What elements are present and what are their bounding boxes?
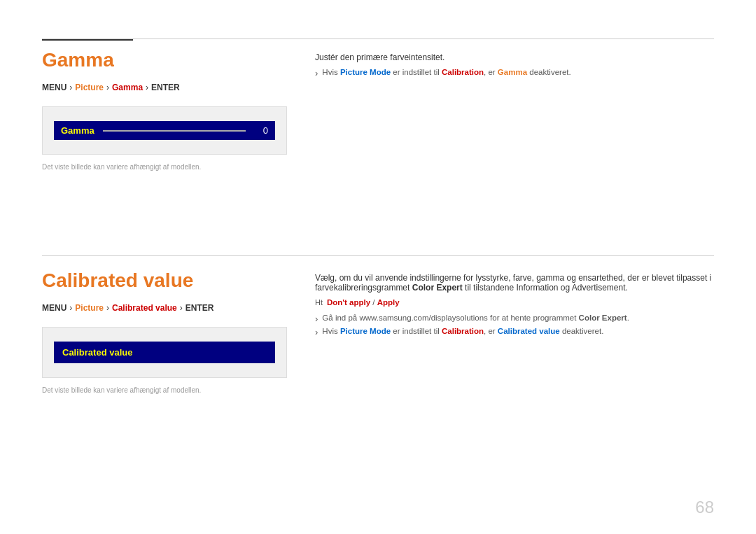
mid-rule: [42, 255, 714, 256]
calibrated-image-note: Det viste billede kan variere afhængigt …: [42, 386, 287, 394]
gamma-ui-box: Gamma 0: [42, 106, 287, 155]
gamma-ui-row: Gamma 0: [54, 121, 275, 140]
gamma-title: Gamma: [42, 49, 287, 71]
gamma-desc-main: Justér den primære farveintensitet.: [315, 52, 714, 62]
cv-menu-path-picture: Picture: [75, 303, 104, 313]
gamma-ui-label: Gamma: [61, 125, 94, 136]
gamma-desc-bullet: Hvis Picture Mode er indstillet til Cali…: [315, 68, 714, 78]
calibrated-ui-box: Calibrated value: [42, 327, 287, 378]
gamma-menu-path: MENU › Picture › Gamma › ENTER: [42, 83, 287, 92]
calibrated-menu-path: MENU › Picture › Calibrated value › ENTE…: [42, 303, 287, 313]
calibrated-bullet1: Gå ind på www.samsung.com/displaysolutio…: [315, 314, 714, 324]
gamma-ui-value: 0: [254, 125, 268, 136]
menu-path-gamma: Gamma: [112, 83, 143, 92]
cv-ui-label: Calibrated value: [62, 347, 132, 358]
page-number: 68: [695, 498, 714, 517]
gamma-image-note: Det viste billede kan variere afhængigt …: [42, 163, 287, 171]
cv-menu-path-menu: MENU: [42, 303, 66, 313]
page-container: Gamma MENU › Picture › Gamma › ENTER Gam…: [0, 0, 756, 534]
gamma-slider-track: [103, 130, 246, 132]
gamma-description: Justér den primære farveintensitet. Hvis…: [315, 52, 714, 81]
calibrated-hint-line: Ht Don't apply / Apply: [315, 298, 714, 307]
menu-path-enter: ENTER: [151, 83, 180, 92]
calibrated-section: Calibrated value MENU › Picture › Calibr…: [42, 269, 287, 394]
menu-path-menu: MENU: [42, 83, 66, 92]
calibrated-bullet2: Hvis Picture Mode er indstillet til Cali…: [315, 327, 714, 337]
calibrated-desc-main: Vælg, om du vil anvende indstillingerne …: [315, 273, 714, 293]
calibrated-title: Calibrated value: [42, 269, 287, 292]
calibrated-description: Vælg, om du vil anvende indstillingerne …: [315, 273, 714, 340]
cv-menu-path-calibrated: Calibrated value: [112, 303, 177, 313]
cv-menu-path-enter: ENTER: [186, 303, 214, 313]
menu-path-picture: Picture: [75, 83, 104, 92]
top-rule: [42, 38, 714, 39]
gamma-slider: [103, 130, 246, 132]
cv-ui-row: Calibrated value: [54, 342, 275, 363]
gamma-section: Gamma MENU › Picture › Gamma › ENTER Gam…: [42, 49, 287, 171]
hint-label: Ht: [315, 298, 323, 307]
